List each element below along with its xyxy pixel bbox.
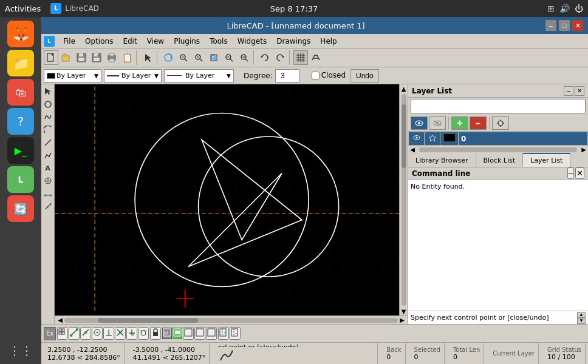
menu-drawings[interactable]: Drawings bbox=[272, 34, 315, 49]
layer-visible-cell[interactable] bbox=[409, 132, 425, 146]
menu-tools[interactable]: Tools bbox=[205, 34, 233, 49]
grid-button[interactable] bbox=[293, 50, 308, 65]
sidebar-item-terminal[interactable]: ▶_ bbox=[7, 137, 34, 164]
canvas-scrollbar-vertical[interactable]: ▲ ▼ bbox=[399, 84, 408, 315]
snap-intersection-button[interactable] bbox=[115, 327, 126, 340]
add-layer-button[interactable]: + bbox=[451, 116, 468, 130]
tab-library-browser[interactable]: Library Browser bbox=[408, 153, 476, 167]
save-button[interactable] bbox=[74, 50, 89, 65]
panel-minimize-button[interactable]: – bbox=[564, 86, 573, 96]
layer-freeze-cell[interactable] bbox=[425, 132, 440, 146]
menu-plugins[interactable]: Plugins bbox=[169, 34, 205, 49]
menu-edit[interactable]: Edit bbox=[118, 34, 142, 49]
snap-mode-label[interactable]: Ex bbox=[44, 327, 56, 340]
snap-perpendicular-button[interactable] bbox=[126, 327, 137, 340]
zoom-entities-button[interactable] bbox=[207, 50, 221, 65]
undo-button[interactable]: Undo bbox=[350, 69, 379, 83]
layer-properties-button[interactable] bbox=[492, 116, 509, 130]
zoom-pan-button[interactable] bbox=[191, 50, 206, 65]
sidebar-item-grid[interactable]: ⋮⋮ bbox=[7, 337, 34, 364]
tab-block-list[interactable]: Block List bbox=[476, 153, 523, 167]
tool-polyline[interactable] bbox=[42, 149, 54, 161]
select-button[interactable] bbox=[140, 50, 155, 65]
command-input-area[interactable]: Specify next control point or [close/und… bbox=[408, 311, 588, 324]
snap-endpoint-button[interactable] bbox=[69, 327, 80, 340]
zoom-redraw-button[interactable] bbox=[161, 50, 176, 65]
undo-button2[interactable] bbox=[258, 50, 272, 65]
tool-line[interactable] bbox=[42, 136, 54, 149]
layer-color-cell[interactable] bbox=[440, 132, 459, 146]
open-button[interactable] bbox=[59, 50, 74, 65]
tab-layer-list[interactable]: Layer List bbox=[523, 153, 570, 167]
menu-view[interactable]: View bbox=[142, 34, 169, 49]
sidebar-item-update[interactable]: 🔄 bbox=[7, 195, 34, 222]
degree-input[interactable] bbox=[275, 69, 299, 83]
tool-modify[interactable] bbox=[42, 200, 54, 212]
tool-hatch[interactable] bbox=[42, 175, 54, 187]
save-as-button[interactable]: + bbox=[89, 50, 104, 65]
snap-angle-button[interactable] bbox=[103, 327, 114, 340]
layer-hide-all-button[interactable] bbox=[429, 116, 446, 130]
command-minimize-button[interactable]: – bbox=[567, 167, 574, 179]
remove-layer-button[interactable]: – bbox=[470, 116, 487, 130]
layer-name-cell[interactable]: 0 bbox=[459, 132, 588, 146]
scroll-right-button[interactable]: ▶ bbox=[398, 316, 406, 325]
command-close-button[interactable]: ✕ bbox=[575, 167, 584, 179]
view-print-preview-button[interactable] bbox=[173, 328, 182, 339]
snap-midpoint-button[interactable] bbox=[80, 327, 91, 340]
close-button[interactable]: ✕ bbox=[572, 20, 583, 31]
snap-tangent-button[interactable] bbox=[138, 327, 149, 340]
snap-lock-button[interactable] bbox=[150, 327, 161, 340]
sidebar-item-libreoffice[interactable]: L bbox=[7, 166, 34, 193]
vertical-scroll-thumb[interactable] bbox=[402, 104, 406, 168]
tool-circle[interactable] bbox=[42, 98, 54, 110]
lineweight-combo[interactable]: By Layer ▼ bbox=[104, 69, 162, 83]
color-combo[interactable]: By Layer ▼ bbox=[44, 69, 101, 83]
menu-widgets[interactable]: Widgets bbox=[233, 34, 272, 49]
canvas-area[interactable]: ▲ ▼ bbox=[55, 84, 408, 315]
linetype-combo[interactable]: By Layer ▼ bbox=[164, 69, 234, 83]
zoom-out-button[interactable] bbox=[237, 50, 251, 65]
tool-dimension[interactable] bbox=[42, 187, 54, 200]
remove-paper-button[interactable]: – bbox=[230, 327, 241, 340]
scroll-left-button[interactable]: ◀ bbox=[56, 316, 64, 325]
menu-options[interactable]: Options bbox=[80, 34, 118, 49]
layer-search-box[interactable] bbox=[411, 99, 586, 113]
tool-arc[interactable] bbox=[42, 124, 54, 136]
sidebar-item-help[interactable]: ? bbox=[7, 108, 34, 135]
panel-close-button[interactable]: ✕ bbox=[575, 86, 584, 96]
layer-search-input[interactable] bbox=[414, 103, 583, 110]
zoom-in-button[interactable] bbox=[222, 50, 236, 65]
command-spin-up[interactable]: ▲ bbox=[577, 312, 586, 318]
view-model-button[interactable]: M bbox=[162, 328, 172, 339]
menu-file[interactable]: File bbox=[58, 34, 80, 49]
canvas-scrollbar-horizontal[interactable]: ◀ ▶ bbox=[55, 315, 408, 324]
view-layout1-button[interactable] bbox=[183, 327, 194, 340]
vertical-scroll-track[interactable] bbox=[402, 94, 406, 306]
tool-text[interactable]: A bbox=[42, 162, 54, 174]
horizontal-scroll-track[interactable] bbox=[64, 318, 398, 323]
scroll-up-button[interactable]: ▲ bbox=[400, 84, 408, 93]
view-layout2-button[interactable] bbox=[194, 327, 205, 340]
closed-checkbox[interactable] bbox=[312, 72, 320, 79]
panel-scrollbar[interactable]: ◀ ▶ bbox=[408, 146, 588, 153]
layer-show-all-button[interactable] bbox=[411, 116, 428, 130]
snap-center-button[interactable] bbox=[92, 327, 103, 340]
tool-curve[interactable] bbox=[42, 111, 54, 123]
tool-select[interactable] bbox=[42, 86, 54, 98]
snap-grid-button[interactable] bbox=[57, 327, 68, 340]
table-row[interactable]: 0 bbox=[409, 132, 588, 146]
maximize-button[interactable]: □ bbox=[559, 20, 570, 31]
panel-scroll-track[interactable] bbox=[419, 147, 577, 152]
command-spin-down[interactable]: ▼ bbox=[577, 318, 586, 324]
draft-button[interactable] bbox=[309, 50, 323, 65]
sidebar-item-files[interactable]: 📁 bbox=[7, 50, 34, 76]
zoom-window-button[interactable] bbox=[176, 50, 191, 65]
redo-button[interactable] bbox=[273, 50, 287, 65]
activities-label[interactable]: Activities bbox=[5, 4, 41, 13]
horizontal-scroll-thumb[interactable] bbox=[98, 318, 198, 323]
new-button[interactable] bbox=[44, 50, 58, 65]
minimize-button[interactable]: – bbox=[545, 20, 556, 31]
add-paper-button[interactable]: + bbox=[218, 327, 229, 340]
sidebar-item-firefox[interactable]: 🦊 bbox=[7, 21, 34, 47]
